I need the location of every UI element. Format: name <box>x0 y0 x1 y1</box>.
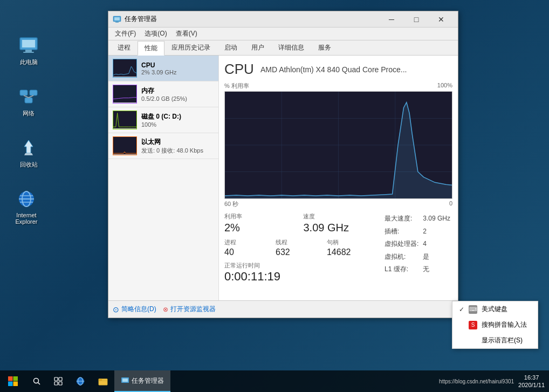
sidebar-item-memory[interactable]: 内存 0.5/2.0 GB (25%) <box>108 81 218 107</box>
context-menu-item-2[interactable]: ✓ 显示语言栏(S) <box>452 333 538 348</box>
context-item-label-2: 显示语言栏(S) <box>482 336 523 345</box>
tabbar: 进程 性能 应用历史记录 启动 用户 详细信息 服务 <box>108 40 458 56</box>
collapse-button[interactable]: ⊙ 简略信息(D) <box>113 305 156 314</box>
computer-icon <box>18 35 39 56</box>
tm-window-title: 任务管理器 <box>125 15 379 24</box>
taskbar-date: 2020/1/11 <box>518 381 545 389</box>
chart-time-labels: 60 秒 0 <box>224 200 452 208</box>
close-button[interactable]: ✕ <box>429 11 454 27</box>
recycle-icon <box>18 137 39 159</box>
tab-app-history[interactable]: 应用历史记录 <box>164 40 217 55</box>
stat-label-4: L1 缓存: <box>382 263 421 276</box>
top-stats: 利用率 2% 速度 3.09 GHz <box>224 212 374 234</box>
tab-startup[interactable]: 启动 <box>217 40 244 55</box>
stat-label-0: 最大速度: <box>382 212 421 225</box>
sidebar-item-cpu[interactable]: CPU 2% 3.09 GHz <box>108 56 218 81</box>
context-menu-item-0[interactable]: ✓ ⌨ 美式键盘 <box>452 301 538 317</box>
ie-taskbar-icon <box>76 376 85 386</box>
desktop-icon-ie[interactable]: Internet Explorer <box>8 186 45 227</box>
file-explorer-button[interactable] <box>92 370 114 392</box>
tm-content: CPU 2% 3.09 GHz 内存 0.5/2.0 GB (25%) <box>108 56 458 300</box>
disk-value: 100% <box>141 121 214 128</box>
ie-taskbar-button[interactable] <box>69 370 92 392</box>
check-spacer-1: ✓ <box>459 321 464 329</box>
svg-rect-3 <box>23 52 34 53</box>
taskbar-right: https://blog.csdn.net/hairui9301 16:37 2… <box>435 370 549 392</box>
left-stats: 利用率 2% 速度 3.09 GHz 进程 40 <box>224 212 374 284</box>
svg-line-8 <box>29 95 33 98</box>
desktop-icon-computer[interactable]: 此电脑 <box>10 32 47 68</box>
menu-file[interactable]: 文件(F) <box>111 27 140 40</box>
tab-details[interactable]: 详细信息 <box>271 40 311 55</box>
svg-line-33 <box>38 383 40 385</box>
search-button[interactable] <box>26 370 47 392</box>
context-menu-item-1[interactable]: ✓ S 搜狗拼音输入法 <box>452 317 538 333</box>
cpu-name: CPU <box>141 61 214 69</box>
task-view-button[interactable] <box>47 370 69 392</box>
svg-rect-17 <box>113 59 136 77</box>
minimize-button[interactable]: ─ <box>379 11 404 27</box>
tm-title-icon <box>113 15 121 24</box>
menubar: 文件(F) 选项(O) 查看(V) <box>108 27 458 40</box>
desktop-icon-network[interactable]: 网络 <box>10 84 47 120</box>
stat-value-3: 是 <box>421 251 452 264</box>
stat-row-4: L1 缓存: 无 <box>382 263 452 276</box>
desktop-icon-recycle[interactable]: 回收站 <box>10 135 47 171</box>
task-view-icon <box>54 377 63 386</box>
menu-view[interactable]: 查看(V) <box>171 27 202 40</box>
right-stats-table: 最大速度: 3.09 GHz 插槽: 2 虚拟处理器: 4 虚拟机: <box>382 212 452 276</box>
check-icon-0: ✓ <box>459 306 464 313</box>
svg-rect-29 <box>13 376 18 381</box>
open-monitor-label: 打开资源监视器 <box>170 305 216 314</box>
svg-rect-20 <box>113 136 136 154</box>
net-name: 以太网 <box>141 137 214 147</box>
stat-value-1: 2 <box>421 225 452 238</box>
speed-label: 速度 <box>303 212 373 221</box>
svg-rect-4 <box>20 90 28 95</box>
tab-services[interactable]: 服务 <box>311 40 338 55</box>
processes-value: 40 <box>224 247 271 257</box>
menu-options[interactable]: 选项(O) <box>140 27 171 40</box>
svg-rect-37 <box>59 382 62 385</box>
net-thumb-chart <box>113 136 136 155</box>
stat-value-0: 3.09 GHz <box>421 212 452 225</box>
chart-time-right: 0 <box>449 200 452 208</box>
svg-rect-30 <box>8 382 13 387</box>
svg-rect-36 <box>54 382 58 385</box>
stat-label-1: 插槽: <box>382 225 421 238</box>
svg-rect-42 <box>99 379 102 381</box>
threads-value: 632 <box>276 247 322 257</box>
task-manager-taskbar-icon <box>121 376 129 385</box>
recycle-label: 回收站 <box>20 161 38 169</box>
processes-label: 进程 <box>224 238 271 246</box>
threads-group: 线程 632 <box>276 238 322 257</box>
collapse-label: 简略信息(D) <box>121 305 156 314</box>
tab-performance[interactable]: 性能 <box>138 41 164 56</box>
start-button[interactable] <box>0 370 26 392</box>
performance-sidebar: CPU 2% 3.09 GHz 内存 0.5/2.0 GB (25%) <box>108 56 219 300</box>
context-item-label-0: 美式键盘 <box>482 305 507 314</box>
tab-processes[interactable]: 进程 <box>111 40 138 55</box>
svg-rect-34 <box>54 377 58 381</box>
svg-rect-35 <box>59 377 62 381</box>
open-resource-monitor-button[interactable]: ⊗ 打开资源监视器 <box>163 305 216 314</box>
task-manager-button-label: 任务管理器 <box>132 376 164 386</box>
task-manager-taskbar-button[interactable]: 任务管理器 <box>114 370 170 392</box>
svg-rect-31 <box>13 382 18 387</box>
sidebar-item-network[interactable]: 以太网 发送: 0 接收: 48.0 Kbps <box>108 133 218 159</box>
window-controls: ─ □ ✕ <box>379 11 454 27</box>
tab-users[interactable]: 用户 <box>244 40 271 55</box>
svg-point-32 <box>34 379 39 383</box>
utilization-label: 利用率 <box>224 212 294 221</box>
svg-rect-18 <box>113 85 136 102</box>
cpu-thumb <box>113 59 137 78</box>
network-icon <box>18 86 39 107</box>
collapse-icon: ⊙ <box>113 305 119 314</box>
sidebar-item-disk[interactable]: 磁盘 0 (C: D:) 100% <box>108 107 218 133</box>
stat-value-4: 无 <box>421 263 452 276</box>
svg-line-7 <box>24 95 29 98</box>
svg-rect-15 <box>114 17 120 20</box>
computer-label: 此电脑 <box>20 58 38 66</box>
maximize-button[interactable]: □ <box>404 11 429 27</box>
handles-value: 14682 <box>327 247 374 257</box>
